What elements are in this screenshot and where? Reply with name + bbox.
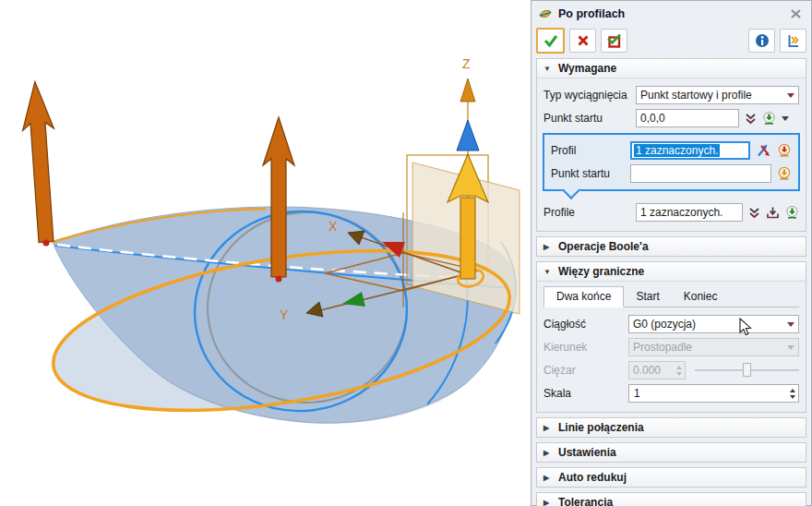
section-wiezy-graniczne: ▼ Więzy graniczne Dwa końce Start Koniec… <box>536 261 806 413</box>
section-label: Więzy graniczne <box>558 265 644 278</box>
ciaglosc-label: Ciągłość <box>543 318 628 331</box>
active-input-group: Profil 1 zaznaczonych. <box>543 133 800 191</box>
section-header-wiezy[interactable]: ▼ Więzy graniczne <box>537 262 806 282</box>
section-wymagane: ▼ Wymagane Typ wyciągnięcia Punkt starto… <box>536 58 806 232</box>
double-chevron-icon <box>748 207 760 219</box>
info-button[interactable] <box>748 29 775 53</box>
collapse-icon: ▼ <box>543 268 552 276</box>
loft-icon <box>538 6 553 21</box>
tab-dwa-konce[interactable]: Dwa końce <box>543 286 624 307</box>
viewport-3d[interactable]: X Y Z <box>0 0 531 506</box>
section-label: Auto redukuj <box>558 471 627 484</box>
section-label: Tolerancja <box>558 496 613 506</box>
profile-label: Profile <box>543 206 636 219</box>
dropdown-caret-icon <box>787 322 794 327</box>
more-options-caret-icon[interactable] <box>782 116 789 121</box>
ciaglosc-dropdown[interactable]: G0 (pozycja) <box>628 315 799 333</box>
ciezar-slider <box>695 363 799 378</box>
info-icon <box>755 33 770 48</box>
dropdown-caret-icon <box>787 345 794 350</box>
dropdown-caret-icon <box>787 93 794 98</box>
pick-profile-button[interactable] <box>785 205 799 220</box>
green-download-icon <box>785 205 799 220</box>
spin-down-icon <box>676 372 682 376</box>
pick-start-button[interactable] <box>777 166 792 181</box>
section-header-boole[interactable]: ▶ Operacje Boole'a <box>537 237 806 256</box>
spin-up-icon[interactable] <box>790 389 795 392</box>
check-icon <box>543 34 558 47</box>
punkt-startu2-label: Punkt startu <box>551 167 630 180</box>
fold-icon <box>786 33 801 48</box>
app-window: X Y Z Po profilach <box>0 0 812 506</box>
blue-direction-cone[interactable] <box>457 120 479 151</box>
section-auto-redukuj: ▶ Auto redukuj <box>536 467 806 488</box>
expand-list-button[interactable] <box>745 113 757 125</box>
collapse-icon: ▼ <box>543 65 552 73</box>
panel-titlebar[interactable]: Po profilach <box>534 3 808 25</box>
section-header-auto[interactable]: ▶ Auto redukuj <box>537 468 806 487</box>
kierunek-dropdown: Prostopadle <box>628 338 799 356</box>
double-chevron-icon <box>745 113 757 125</box>
expand-profile-list-button[interactable] <box>748 207 760 219</box>
spin-up-icon <box>676 366 682 369</box>
close-icon <box>790 8 802 19</box>
kierunek-label: Kierunek <box>543 341 628 354</box>
section-ustawienia: ▶ Ustawienia <box>536 442 806 463</box>
section-header-tolerancja[interactable]: ▶ Tolerancja <box>537 493 806 506</box>
pick-point-button[interactable] <box>762 111 776 126</box>
skala-spinner[interactable]: 1 <box>628 384 799 403</box>
orange-download-icon <box>777 166 792 181</box>
tab-start[interactable]: Start <box>624 287 671 307</box>
collapse-icon: ▶ <box>543 243 552 251</box>
cross-icon <box>577 34 590 47</box>
apply-button[interactable] <box>601 29 627 53</box>
confirm-pick-button[interactable] <box>777 143 792 158</box>
section-header-wymagane[interactable]: ▼ Wymagane <box>537 59 806 78</box>
ok-button[interactable] <box>536 28 565 54</box>
section-header-ustawienia[interactable]: ▶ Ustawienia <box>537 443 806 462</box>
collapse-icon: ▶ <box>543 499 552 506</box>
spin-down-icon[interactable] <box>790 395 795 399</box>
section-label: Linie połączenia <box>558 421 644 434</box>
boundary-tabs: Dwa końce Start Koniec <box>543 286 799 307</box>
section-label: Ustawienia <box>558 446 616 459</box>
tab-koniec[interactable]: Koniec <box>672 287 730 307</box>
section-boole: ▶ Operacje Boole'a <box>536 236 806 257</box>
tray-download-icon <box>766 206 780 220</box>
ciezar-spinner: 0.000 <box>628 361 686 380</box>
section-label: Wymagane <box>558 62 616 75</box>
collapse-icon: ▶ <box>543 424 552 432</box>
section-linie-polaczenia: ▶ Linie połączenia <box>536 417 806 438</box>
typ-wyciagniecia-label: Typ wyciągnięcia <box>543 89 636 102</box>
left-arrow-base-point <box>43 240 50 247</box>
section-header-linie[interactable]: ▶ Linie połączenia <box>537 418 806 437</box>
section-tolerancja: ▶ Tolerancja <box>536 492 806 506</box>
section-label: Operacje Boole'a <box>558 240 649 253</box>
load-selection-button[interactable] <box>766 206 780 220</box>
z-axis-label: Z <box>462 56 471 71</box>
slider-handle <box>743 363 751 377</box>
swap-arrows-icon <box>756 143 771 158</box>
loft-panel: Po profilach <box>531 0 812 506</box>
panel-toolbar <box>536 28 806 54</box>
x-axis-label: X <box>328 219 338 234</box>
profil-label: Profil <box>551 144 630 157</box>
y-axis-label: Y <box>280 307 289 322</box>
punkt-startu2-input[interactable] <box>630 164 771 183</box>
close-button[interactable] <box>786 6 805 22</box>
profil-input[interactable]: 1 zaznaczonych. <box>630 141 750 160</box>
left-weight-arrow[interactable] <box>19 80 62 243</box>
fold-panel-button[interactable] <box>780 29 806 53</box>
punkt-startu-label: Punkt startu <box>543 112 636 125</box>
typ-wyciagniecia-dropdown[interactable]: Punkt startowy i profile <box>636 86 799 104</box>
cancel-button[interactable] <box>569 29 596 53</box>
apply-icon <box>606 33 622 48</box>
panel-title: Po profilach <box>558 7 781 20</box>
orange-red-download-icon <box>777 143 792 158</box>
punkt-startu-input[interactable]: 0,0,0 <box>636 109 739 127</box>
reverse-direction-button[interactable] <box>756 143 771 158</box>
green-download-icon <box>762 111 776 126</box>
ciezar-label: Ciężar <box>543 364 628 377</box>
profile-input[interactable]: 1 zaznaczonych. <box>636 203 743 222</box>
collapse-icon: ▶ <box>543 474 552 482</box>
